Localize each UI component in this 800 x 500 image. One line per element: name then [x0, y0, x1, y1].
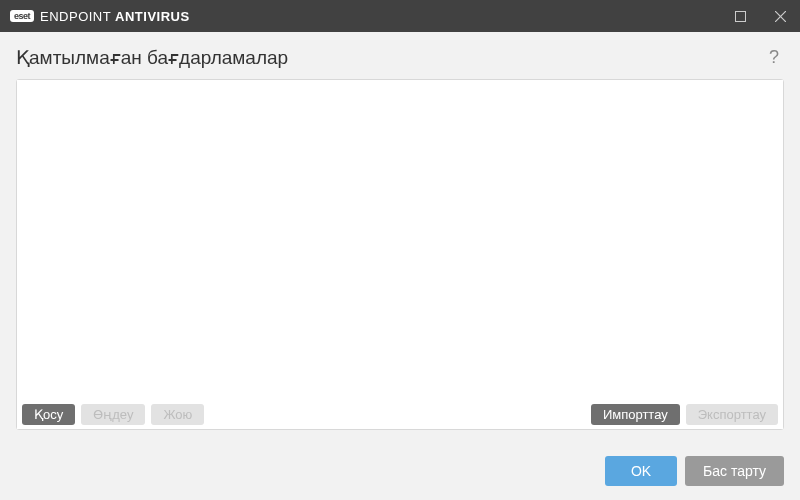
- maximize-button[interactable]: [720, 0, 760, 32]
- delete-button: Жою: [151, 404, 204, 425]
- toolbar-spacer: [210, 404, 585, 425]
- list-panel: Қосу Өңдеу Жою Импорттау Экспорттау: [16, 79, 784, 430]
- close-button[interactable]: [760, 0, 800, 32]
- export-button: Экспорттау: [686, 404, 778, 425]
- brand-text: ENDPOINT ANTIVIRUS: [40, 9, 190, 24]
- footer: OK Бас тарту: [0, 444, 800, 500]
- close-icon: [775, 11, 786, 22]
- page-title: Қамтылмаған бағдарламалар: [16, 46, 288, 69]
- app-logo: eset ENDPOINT ANTIVIRUS: [10, 9, 190, 24]
- edit-button: Өңдеу: [81, 404, 145, 425]
- svg-rect-0: [735, 11, 745, 21]
- brand-text-light: ENDPOINT: [40, 9, 115, 24]
- maximize-icon: [735, 11, 746, 22]
- content-area: Қамтылмаған бағдарламалар ? Қосу Өңдеу Ж…: [0, 32, 800, 444]
- ok-button[interactable]: OK: [605, 456, 677, 486]
- brand-badge: eset: [10, 10, 34, 22]
- excluded-apps-list[interactable]: [17, 80, 783, 400]
- list-toolbar: Қосу Өңдеу Жою Импорттау Экспорттау: [17, 400, 783, 429]
- add-button[interactable]: Қосу: [22, 404, 75, 425]
- titlebar: eset ENDPOINT ANTIVIRUS: [0, 0, 800, 32]
- header-row: Қамтылмаған бағдарламалар ?: [16, 46, 784, 69]
- cancel-button[interactable]: Бас тарту: [685, 456, 784, 486]
- help-icon[interactable]: ?: [764, 47, 784, 68]
- window-controls: [720, 0, 800, 32]
- brand-text-bold: ANTIVIRUS: [115, 9, 190, 24]
- import-button[interactable]: Импорттау: [591, 404, 680, 425]
